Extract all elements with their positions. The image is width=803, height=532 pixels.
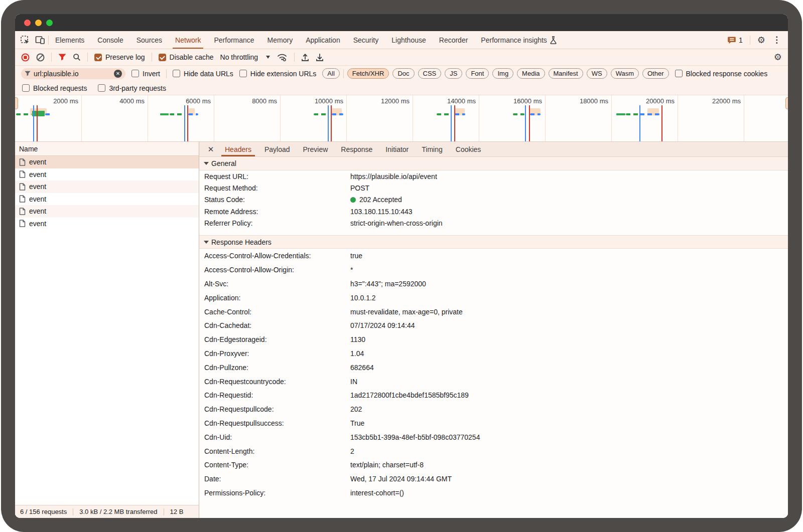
type-pill-other[interactable]: Other	[642, 68, 669, 79]
header-value: 2	[350, 447, 354, 455]
tab-performance[interactable]: Performance	[207, 31, 260, 49]
details-tab-headers[interactable]: Headers	[218, 142, 258, 156]
general-section-header[interactable]: General	[199, 157, 788, 170]
details-tab-response[interactable]: Response	[334, 142, 379, 156]
type-pill-js[interactable]: JS	[445, 68, 462, 79]
network-overview-timeline[interactable]: 2000 ms4000 ms6000 ms8000 ms10000 ms1200…	[15, 95, 788, 142]
tab-application[interactable]: Application	[299, 31, 347, 49]
header-value-text: IN	[350, 378, 357, 386]
divider	[164, 508, 164, 515]
import-har-icon[interactable]	[301, 53, 309, 62]
request-row[interactable]: event	[15, 193, 199, 206]
type-pill-wasm[interactable]: Wasm	[611, 68, 639, 79]
document-icon	[19, 195, 26, 203]
minimize-window-button[interactable]	[35, 20, 42, 26]
zoom-window-button[interactable]	[46, 20, 53, 26]
preserve-log-checkbox[interactable]: Preserve log	[94, 53, 145, 61]
issues-counter[interactable]: 1	[728, 36, 743, 44]
search-icon[interactable]	[73, 53, 81, 61]
tab-sources[interactable]: Sources	[130, 31, 169, 49]
request-row[interactable]: event	[15, 181, 199, 193]
filter-toggle-icon[interactable]	[58, 54, 66, 61]
type-pill-all[interactable]: All	[322, 68, 339, 79]
export-har-icon[interactable]	[316, 53, 324, 62]
network-settings-gear-icon[interactable]: ⚙	[774, 53, 782, 62]
divider	[51, 53, 52, 62]
timeline-tick-label: 2000 ms	[53, 97, 81, 105]
request-row[interactable]: event	[15, 205, 199, 218]
filter-input-pill[interactable]: ✕	[21, 68, 125, 79]
type-pill-img[interactable]: Img	[492, 68, 513, 79]
overview-left-handle[interactable]	[15, 97, 18, 109]
checkbox-checked	[159, 54, 166, 61]
throttling-dropdown[interactable]: No throttling	[220, 53, 270, 61]
response-header-row: Application:10.0.1.2	[199, 291, 788, 305]
tab-memory[interactable]: Memory	[261, 31, 300, 49]
timeline-tick-label: 16000 ms	[513, 97, 545, 105]
divider	[87, 53, 88, 62]
waterfall-blue-dashed	[455, 113, 465, 115]
document-icon	[19, 158, 26, 166]
tab-elements[interactable]: Elements	[49, 31, 91, 49]
load-event-line	[37, 105, 38, 142]
type-pill-fetch-xhr[interactable]: Fetch/XHR	[347, 68, 389, 79]
blocked-requests-checkbox[interactable]: Blocked requests	[22, 84, 87, 92]
type-pill-ws[interactable]: WS	[587, 68, 607, 79]
hide-data-urls-checkbox[interactable]: Hide data URLs	[173, 70, 233, 78]
details-tab-preview[interactable]: Preview	[297, 142, 335, 156]
type-pill-manifest[interactable]: Manifest	[549, 68, 583, 79]
response-headers-section-header[interactable]: Response Headers	[199, 235, 788, 249]
general-row: Referrer Policy:strict-origin-when-cross…	[199, 217, 788, 229]
waterfall-blue-dashed	[45, 113, 50, 115]
request-row[interactable]: event	[15, 168, 199, 181]
record-network-log-button[interactable]	[21, 53, 30, 62]
request-name: event	[29, 195, 46, 203]
collapse-triangle-icon	[204, 162, 209, 165]
device-toolbar-icon[interactable]	[35, 36, 45, 45]
request-row[interactable]: event	[15, 218, 199, 230]
checkbox-unchecked	[98, 84, 105, 92]
clear-filter-icon[interactable]: ✕	[114, 70, 122, 78]
inspect-element-icon[interactable]	[20, 35, 30, 45]
dcl-event-line	[639, 105, 640, 142]
load-event-line	[331, 105, 332, 142]
blocked-response-cookies-checkbox[interactable]: Blocked response cookies	[675, 70, 768, 78]
tab-performance-insights[interactable]: Performance insights	[474, 31, 563, 49]
invert-checkbox[interactable]: Invert	[131, 70, 160, 78]
blocked-response-cookies-label: Blocked response cookies	[686, 70, 768, 78]
clear-network-log-button[interactable]	[36, 53, 45, 62]
dcl-event-line	[33, 105, 34, 142]
details-tab-cookies[interactable]: Cookies	[449, 142, 488, 156]
network-conditions-icon[interactable]	[277, 53, 288, 62]
close-window-button[interactable]	[24, 20, 31, 26]
type-pill-doc[interactable]: Doc	[392, 68, 414, 79]
tab-recorder[interactable]: Recorder	[433, 31, 475, 49]
tab-lighthouse[interactable]: Lighthouse	[385, 31, 433, 49]
tab-network[interactable]: Network	[169, 31, 207, 49]
details-tab-timing[interactable]: Timing	[415, 142, 449, 156]
more-options-kebab-icon[interactable]: ⋮	[772, 35, 781, 45]
third-party-requests-checkbox[interactable]: 3rd-party requests	[98, 84, 166, 92]
request-row[interactable]: event	[15, 156, 199, 168]
overview-right-handle[interactable]	[785, 97, 788, 109]
summary-item: 12 B	[170, 508, 184, 515]
details-tab-initiator[interactable]: Initiator	[379, 142, 415, 156]
settings-gear-icon[interactable]: ⚙	[757, 36, 765, 45]
details-tab-payload[interactable]: Payload	[258, 142, 297, 156]
header-value-text: must-revalidate, max-age=0, private	[350, 308, 463, 316]
close-details-icon[interactable]: ✕	[203, 142, 218, 156]
dcl-event-line	[328, 105, 329, 142]
document-icon	[19, 170, 26, 178]
disable-cache-checkbox[interactable]: Disable cache	[159, 53, 214, 61]
type-pill-media[interactable]: Media	[517, 68, 545, 79]
hide-extension-urls-checkbox[interactable]: Hide extension URLs	[239, 70, 317, 78]
type-pill-css[interactable]: CSS	[418, 68, 442, 79]
tab-security[interactable]: Security	[347, 31, 385, 49]
tab-label: Elements	[55, 36, 84, 44]
filter-input[interactable]	[34, 70, 111, 78]
type-pill-font[interactable]: Font	[466, 68, 489, 79]
header-value: 1.04	[350, 349, 364, 358]
tab-console[interactable]: Console	[91, 31, 129, 49]
timeline-tick-label: 4000 ms	[119, 97, 148, 105]
name-column-header[interactable]: Name	[15, 142, 199, 156]
